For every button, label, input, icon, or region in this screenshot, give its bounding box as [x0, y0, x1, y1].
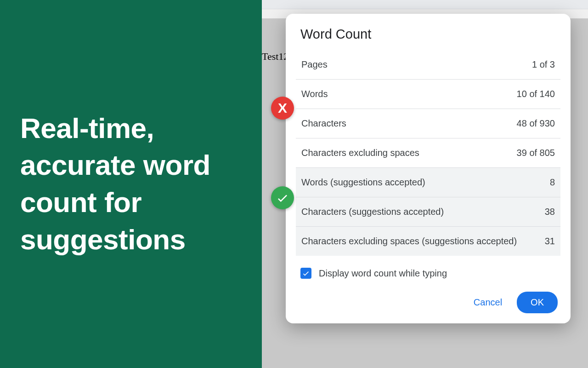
- display-while-typing-checkbox[interactable]: [300, 268, 311, 279]
- word-count-dialog: Word Count Pages1 of 3Words10 of 140Char…: [286, 14, 571, 323]
- stat-label: Characters excluding spaces: [301, 148, 419, 158]
- stat-row: Words (suggestions accepted)8: [296, 168, 560, 197]
- stat-value: 1 of 3: [532, 59, 555, 70]
- display-while-typing-label: Display word count while typing: [319, 268, 447, 279]
- stat-label: Characters: [301, 118, 346, 129]
- stat-value: 48 of 930: [517, 118, 555, 129]
- stage: Real-time, accurate word count for sugge…: [0, 0, 588, 368]
- display-while-typing-row: Display word count while typing: [286, 256, 571, 287]
- stat-label: Characters (suggestions accepted): [301, 207, 444, 217]
- stat-value: 39 of 805: [517, 148, 555, 158]
- stat-value: 10 of 140: [517, 89, 555, 99]
- stat-row: Characters48 of 930: [296, 109, 560, 138]
- stat-row: Characters excluding spaces (suggestions…: [296, 227, 560, 256]
- stat-row: Words10 of 140: [296, 80, 560, 109]
- ok-button[interactable]: OK: [517, 292, 558, 313]
- stat-label: Words: [301, 89, 328, 99]
- checkmark-icon: [302, 269, 310, 277]
- promo-headline: Real-time, accurate word count for sugge…: [20, 110, 242, 258]
- x-icon: X: [278, 100, 287, 116]
- toolbar-strip: [262, 0, 588, 9]
- stat-value: 31: [545, 236, 555, 247]
- cancel-button[interactable]: Cancel: [467, 293, 509, 312]
- incorrect-badge: X: [271, 97, 294, 120]
- stat-value: 8: [550, 177, 555, 188]
- dialog-actions: Cancel OK: [286, 287, 571, 313]
- stat-label: Characters excluding spaces (suggestions…: [301, 236, 517, 247]
- stat-value: 38: [545, 207, 555, 217]
- promo-panel: Real-time, accurate word count for sugge…: [0, 0, 262, 368]
- app-panel: Test12 X Word Count Pages1 of 3Words10 o…: [262, 0, 588, 368]
- correct-badge: [271, 186, 294, 209]
- stat-row: Pages1 of 3: [296, 50, 560, 80]
- stats-list: Pages1 of 3Words10 of 140Characters48 of…: [296, 50, 560, 256]
- stat-label: Words (suggestions accepted): [301, 177, 425, 188]
- stat-row: Characters (suggestions accepted)38: [296, 197, 560, 227]
- dialog-title: Word Count: [286, 14, 571, 50]
- stat-row: Characters excluding spaces39 of 805: [296, 138, 560, 168]
- stat-label: Pages: [301, 59, 328, 70]
- document-text: Test12: [262, 51, 288, 63]
- check-icon: [276, 191, 289, 205]
